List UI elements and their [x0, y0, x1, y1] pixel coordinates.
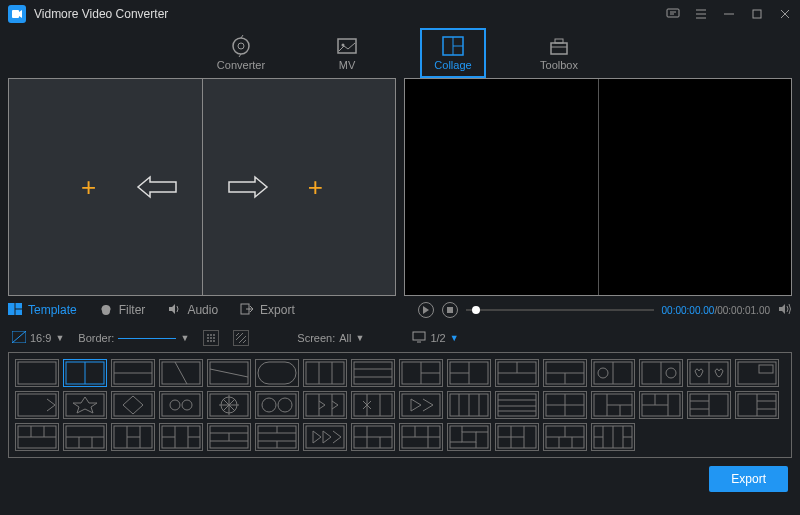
arrow-right-icon — [227, 175, 269, 199]
stop-button[interactable] — [442, 302, 458, 318]
template-item[interactable] — [543, 391, 587, 419]
border-hatch-button[interactable] — [233, 330, 249, 346]
template-item[interactable] — [303, 359, 347, 387]
svg-rect-80 — [18, 394, 56, 416]
template-item[interactable] — [399, 359, 443, 387]
preview-cell-right — [599, 79, 792, 295]
tab-audio[interactable]: Audio — [167, 303, 218, 318]
nav-collage[interactable]: Collage — [420, 28, 486, 78]
template-item[interactable] — [447, 391, 491, 419]
svg-rect-0 — [12, 10, 19, 18]
svg-point-75 — [666, 368, 676, 378]
template-item[interactable] — [591, 359, 635, 387]
volume-icon[interactable] — [778, 303, 792, 318]
template-item[interactable] — [591, 423, 635, 451]
template-item[interactable] — [15, 359, 59, 387]
chevron-down-icon: ▼ — [450, 333, 459, 343]
svg-point-35 — [213, 340, 215, 342]
nav-toolbox[interactable]: Toolbox — [526, 28, 592, 78]
template-item[interactable] — [303, 391, 347, 419]
menu-icon[interactable] — [694, 7, 708, 21]
svg-line-48 — [175, 362, 187, 384]
page-select[interactable]: 1/2 ▼ — [412, 331, 458, 345]
nav-mv[interactable]: MV — [314, 28, 380, 78]
template-item[interactable] — [303, 423, 347, 451]
template-item[interactable] — [15, 391, 59, 419]
template-item[interactable] — [495, 359, 539, 387]
edit-cell-right[interactable]: + — [203, 79, 396, 295]
edit-cell-left[interactable]: + — [9, 79, 203, 295]
border-grid-button[interactable] — [203, 330, 219, 346]
template-item[interactable] — [735, 359, 779, 387]
svg-line-50 — [210, 369, 248, 377]
export-button[interactable]: Export — [709, 466, 788, 492]
border-option[interactable]: Border: ▼ — [78, 332, 189, 344]
maximize-button[interactable] — [750, 7, 764, 21]
main-nav: Converter MV Collage Toolbox — [0, 28, 800, 78]
seek-handle[interactable] — [472, 306, 480, 314]
svg-rect-98 — [354, 394, 392, 416]
template-item[interactable] — [495, 391, 539, 419]
template-item[interactable] — [255, 423, 299, 451]
template-item[interactable] — [255, 359, 299, 387]
template-item[interactable] — [399, 391, 443, 419]
template-item[interactable] — [447, 359, 491, 387]
template-item[interactable] — [159, 391, 203, 419]
template-item[interactable] — [687, 359, 731, 387]
template-item[interactable] — [399, 423, 443, 451]
template-item[interactable] — [159, 423, 203, 451]
svg-point-27 — [207, 334, 209, 336]
monitor-icon — [412, 331, 426, 345]
template-item[interactable] — [639, 391, 683, 419]
svg-rect-55 — [354, 362, 392, 384]
template-item[interactable] — [543, 423, 587, 451]
template-item[interactable] — [351, 359, 395, 387]
template-item[interactable] — [207, 423, 251, 451]
template-item[interactable] — [687, 391, 731, 419]
template-item[interactable] — [495, 423, 539, 451]
template-item[interactable] — [111, 423, 155, 451]
player-controls: 00:00:00.00/00:00:01.00 — [418, 302, 792, 318]
template-item[interactable] — [207, 359, 251, 387]
svg-point-31 — [210, 337, 212, 339]
template-item[interactable] — [639, 359, 683, 387]
aspect-ratio-select[interactable]: 16:9 ▼ — [12, 331, 64, 345]
tab-template[interactable]: Template — [8, 303, 77, 318]
screen-select[interactable]: Screen: All ▼ — [297, 332, 364, 344]
template-item[interactable] — [447, 423, 491, 451]
svg-rect-40 — [413, 332, 425, 340]
svg-rect-83 — [162, 394, 200, 416]
svg-line-39 — [243, 340, 246, 343]
svg-point-32 — [213, 337, 215, 339]
svg-point-94 — [278, 398, 292, 412]
close-button[interactable] — [778, 7, 792, 21]
template-item[interactable] — [63, 423, 107, 451]
template-item[interactable] — [351, 391, 395, 419]
template-item[interactable] — [735, 391, 779, 419]
svg-point-30 — [207, 337, 209, 339]
template-item[interactable] — [159, 359, 203, 387]
arrow-left-icon — [136, 175, 178, 199]
svg-rect-1 — [667, 9, 679, 17]
tab-filter[interactable]: Filter — [99, 303, 146, 318]
template-item[interactable] — [111, 391, 155, 419]
template-item[interactable] — [207, 391, 251, 419]
template-item[interactable] — [15, 423, 59, 451]
tab-export[interactable]: Export — [240, 303, 295, 318]
template-item[interactable] — [591, 391, 635, 419]
svg-rect-79 — [759, 365, 773, 373]
template-item[interactable] — [255, 391, 299, 419]
seek-bar[interactable] — [466, 309, 654, 311]
template-item[interactable] — [543, 359, 587, 387]
template-item[interactable] — [63, 359, 107, 387]
feedback-icon[interactable] — [666, 7, 680, 21]
template-item[interactable] — [351, 423, 395, 451]
template-item[interactable] — [63, 391, 107, 419]
nav-converter[interactable]: Converter — [208, 28, 274, 78]
play-button[interactable] — [418, 302, 434, 318]
minimize-button[interactable] — [722, 7, 736, 21]
template-item[interactable] — [111, 359, 155, 387]
svg-point-34 — [210, 340, 212, 342]
app-title: Vidmore Video Converter — [34, 7, 666, 21]
chevron-down-icon: ▼ — [55, 333, 64, 343]
